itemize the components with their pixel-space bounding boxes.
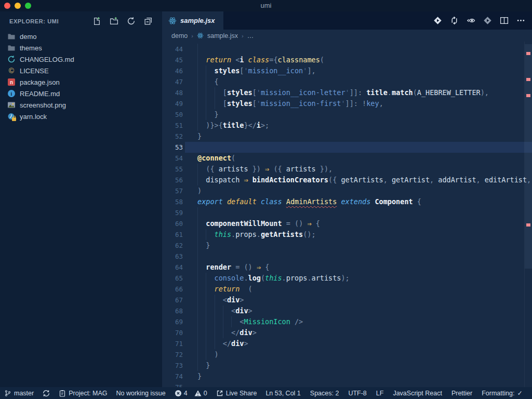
code-line-57[interactable]: 57) — [162, 185, 532, 196]
line-number: 58 — [162, 196, 183, 207]
file-item-demo[interactable]: demo — [0, 31, 162, 42]
indentation-item[interactable]: Spaces: 2 — [310, 390, 339, 397]
code-editor[interactable]: 4445 return <i class={classnames(46 styl… — [162, 42, 532, 387]
check-icon: ✓ — [517, 389, 522, 397]
code-line-74[interactable]: 74} — [162, 371, 532, 382]
code-line-69[interactable]: 69 <MissionIcon /> — [162, 316, 532, 327]
tab-label: sample.jsx — [180, 17, 215, 24]
file-item-themes[interactable]: themes — [0, 42, 162, 54]
breadcrumb-more[interactable]: … — [247, 32, 254, 39]
file-item-changelog[interactable]: CHANGELOG.md — [0, 54, 162, 65]
line-number: 70 — [162, 327, 183, 338]
file-item-readme[interactable]: i README.md — [0, 88, 162, 99]
code-line-50[interactable]: 50 } — [162, 109, 532, 120]
code-line-72[interactable]: 72 ) — [162, 349, 532, 360]
code-line-65[interactable]: 65 console.log(this.props.artists); — [162, 273, 532, 284]
window-title: umi — [0, 0, 532, 11]
breadcrumb: demo › sample.jsx › … — [162, 30, 532, 42]
eol-item[interactable]: LF — [376, 390, 384, 397]
encoding-item[interactable]: UTF-8 — [348, 390, 366, 397]
file-item-license[interactable]: © LICENSE — [0, 65, 162, 76]
line-number: 66 — [162, 284, 183, 295]
line-number: 74 — [162, 371, 183, 382]
line-number: 68 — [162, 305, 183, 316]
live-share-item[interactable]: Live Share — [216, 390, 257, 397]
sync-item[interactable] — [43, 390, 50, 397]
project-item[interactable]: Project: MAG — [59, 390, 107, 397]
code-line-44[interactable]: 44 — [162, 44, 532, 55]
line-number: 53 — [162, 142, 183, 153]
npm-icon: n — [7, 78, 16, 86]
line-number: 45 — [162, 55, 183, 65]
code-line-66[interactable]: 66 return ( — [162, 284, 532, 295]
code-line-59[interactable]: 59 — [162, 207, 532, 218]
open-preview-icon[interactable] — [467, 16, 475, 25]
code-line-46[interactable]: 46 styles['mission__icon'], — [162, 65, 532, 76]
code-line-58[interactable]: 58export default class AdminArtists exte… — [162, 196, 532, 207]
line-number: 57 — [162, 185, 183, 196]
code-line-71[interactable]: 71 </div> — [162, 338, 532, 349]
code-line-53[interactable]: 53 — [162, 142, 532, 153]
code-line-75[interactable]: 75 — [162, 382, 532, 387]
breadcrumb-file[interactable]: sample.jsx — [207, 32, 238, 39]
breadcrumb-folder[interactable]: demo — [171, 32, 188, 39]
code-line-62[interactable]: 62 } — [162, 240, 532, 251]
formatting-item[interactable]: Formatting: ✓ — [482, 389, 523, 397]
code-line-68[interactable]: 68 <div> — [162, 305, 532, 316]
error-marker — [526, 78, 530, 81]
code-line-64[interactable]: 64 render = () ⇒ { — [162, 262, 532, 273]
collapse-all-icon[interactable] — [144, 17, 153, 25]
image-icon — [7, 101, 16, 109]
line-number: 59 — [162, 207, 183, 218]
cursor-position-item[interactable]: Ln 53, Col 1 — [265, 390, 300, 397]
language-mode-item[interactable]: JavaScript React — [393, 390, 442, 397]
explorer-header: EXPLORER: UMI — [0, 11, 162, 31]
more-actions-icon[interactable] — [516, 16, 525, 25]
line-number: 51 — [162, 120, 183, 131]
code-line-63[interactable]: 63 — [162, 251, 532, 262]
line-number: 63 — [162, 251, 183, 262]
react-icon — [197, 32, 204, 39]
clipboard-icon — [59, 390, 66, 397]
editor-actions — [433, 11, 532, 30]
code-line-67[interactable]: 67 <div> — [162, 295, 532, 305]
git-branch-item[interactable]: master — [4, 390, 34, 397]
code-line-70[interactable]: 70 </div> — [162, 327, 532, 338]
prettier-icon[interactable] — [433, 16, 442, 25]
split-editor-icon[interactable] — [500, 16, 509, 25]
code-line-61[interactable]: 61 this.props.getArtists(); — [162, 229, 532, 240]
chevron-right-icon: › — [191, 33, 193, 39]
folder-icon — [7, 32, 16, 41]
file-list: demo themes CHANGELOG.md © LICENSE n pac… — [0, 31, 162, 122]
compare-changes-icon[interactable] — [450, 16, 459, 25]
new-folder-icon[interactable] — [110, 17, 118, 25]
refresh-icon[interactable] — [127, 17, 136, 25]
formatter-item[interactable]: Prettier — [451, 390, 472, 397]
code-line-49[interactable]: 49 [styles['mission__icon-first']]: !key… — [162, 98, 532, 109]
line-number: 49 — [162, 98, 183, 109]
new-file-icon[interactable] — [92, 17, 101, 25]
code-line-52[interactable]: 52} — [162, 131, 532, 142]
code-line-56[interactable]: 56 dispatch ⇒ bindActionCreators({ getAr… — [162, 175, 532, 185]
code-line-45[interactable]: 45 return <i class={classnames( — [162, 55, 532, 65]
line-number: 65 — [162, 273, 183, 284]
code-line-73[interactable]: 73 } — [162, 360, 532, 371]
code-line-54[interactable]: 54@connect( — [162, 153, 532, 164]
sync-icon — [43, 390, 50, 397]
file-item-package-json[interactable]: n package.json — [0, 76, 162, 88]
tab-sample-jsx[interactable]: sample.jsx — [162, 11, 223, 30]
live-share-icon — [216, 390, 223, 397]
file-item-screenshot[interactable]: screenshot.png — [0, 99, 162, 111]
code-line-48[interactable]: 48 [styles['mission__icon-letter']]: tit… — [162, 87, 532, 98]
code-line-60[interactable]: 60 componentWillMount = () ⇒ { — [162, 218, 532, 229]
explorer-title: EXPLORER: UMI — [9, 18, 59, 24]
error-count: 4 — [184, 390, 188, 397]
code-line-55[interactable]: 55 ({ artists }) ⇒ ({ artists }), — [162, 164, 532, 175]
file-item-yarn-lock[interactable]: yarn.lock — [0, 111, 162, 122]
code-line-47[interactable]: 47 { — [162, 76, 532, 87]
problems-item[interactable]: 4 0 — [175, 390, 207, 397]
overview-ruler[interactable] — [524, 42, 532, 387]
working-issue-item[interactable]: No working issue — [116, 390, 166, 397]
code-line-51[interactable]: 51 )}>{title}</i>; — [162, 120, 532, 131]
prettier-dim-icon[interactable] — [483, 16, 492, 25]
